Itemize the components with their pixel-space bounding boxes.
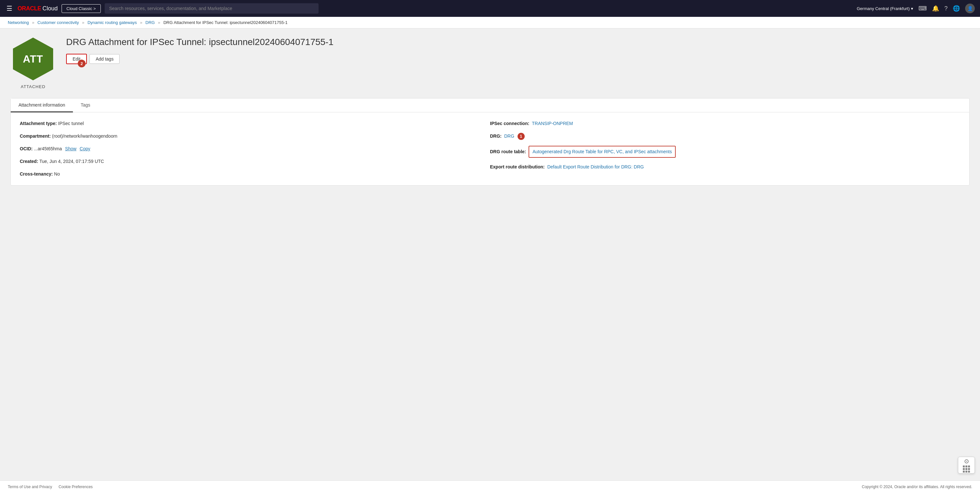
search-input[interactable] xyxy=(105,3,318,14)
main-content: ATT ATTACHED DRG Attachment for IPSec Tu… xyxy=(0,29,980,480)
dot-6 xyxy=(968,468,970,470)
oracle-logo: ORACLE Cloud xyxy=(18,5,58,12)
cloud-classic-button[interactable]: Cloud Classic > xyxy=(62,4,101,13)
ipsec-connection-link[interactable]: TRANSIP-ONPREM xyxy=(532,121,573,126)
dot-7 xyxy=(963,471,965,472)
detail-right: IPSec connection: TRANSIP-ONPREM DRG: DR… xyxy=(490,120,960,178)
page-title: DRG Attachment for IPSec Tunnel: ipsectu… xyxy=(66,36,970,48)
page-title-section: DRG Attachment for IPSec Tunnel: ipsectu… xyxy=(66,36,970,64)
ocid-label: OCID: xyxy=(20,146,33,151)
chevron-down-icon: ▾ xyxy=(911,6,913,11)
dot-1 xyxy=(963,466,965,468)
dot-5 xyxy=(966,468,967,470)
created-value-text: Tue, Jun 4, 2024, 07:17:59 UTC xyxy=(39,159,104,164)
help-icon[interactable]: ? xyxy=(944,5,948,12)
export-route-link[interactable]: Default Export Route Distribution for DR… xyxy=(547,164,644,170)
topnav-right: Germany Central (Frankfurt) ▾ ⌨ 🔔 ? 🌐 👤 xyxy=(857,3,975,13)
badge-1: 1 xyxy=(517,133,525,140)
dot-3 xyxy=(968,466,970,468)
hex-shape: ATT xyxy=(10,36,56,82)
drg-link[interactable]: DRG xyxy=(504,133,514,139)
breadcrumb-networking[interactable]: Networking xyxy=(8,20,29,25)
breadcrumb-sep-3: » xyxy=(140,20,142,25)
attachment-type-value-text: IPSec tunnel xyxy=(58,121,84,126)
hamburger-menu-icon[interactable]: ☰ xyxy=(5,3,14,14)
cloud-label: Cloud xyxy=(43,5,58,12)
drg-route-table-highlight: Autogenerated Drg Route Table for RPC, V… xyxy=(528,146,676,158)
hex-icon-wrapper: ATT ATTACHED xyxy=(10,36,56,89)
footer-left: Terms of Use and Privacy Cookie Preferen… xyxy=(8,485,93,489)
compartment-label: Compartment: xyxy=(20,133,51,139)
ipsec-connection-item: IPSec connection: TRANSIP-ONPREM xyxy=(490,120,960,127)
detail-left: Attachment type: IPSec tunnel Compartmen… xyxy=(20,120,490,178)
add-tags-button[interactable]: Add tags xyxy=(89,54,119,64)
drg-route-table-item: DRG route table: Autogenerated Drg Route… xyxy=(490,146,960,158)
cookie-link[interactable]: Cookie Preferences xyxy=(59,485,93,489)
ocid-value-text: ...ar45t65hma xyxy=(34,146,62,151)
tab-attachment-information[interactable]: Attachment information xyxy=(11,98,73,113)
ipsec-connection-label: IPSec connection: xyxy=(490,121,529,126)
ocid-item: OCID: ...ar45t65hma Show Copy xyxy=(20,146,490,152)
export-route-item: Export route distribution: Default Expor… xyxy=(490,163,960,170)
compartment-value-text: (root)/network/iwanhoogendoorn xyxy=(52,133,118,139)
drg-route-table-label: DRG route table: xyxy=(490,149,526,154)
ocid-show-button[interactable]: Show xyxy=(65,146,76,151)
breadcrumb: Networking » Customer connectivity » Dyn… xyxy=(0,17,980,29)
tabs-row: Attachment information Tags xyxy=(11,98,969,113)
attachment-type-item: Attachment type: IPSec tunnel xyxy=(20,120,490,127)
hex-label: ATT xyxy=(23,53,43,65)
bell-icon[interactable]: 🔔 xyxy=(932,5,939,12)
globe-icon[interactable]: 🌐 xyxy=(953,5,960,12)
help-widget[interactable]: ⊙ xyxy=(958,457,975,474)
region-selector[interactable]: Germany Central (Frankfurt) ▾ xyxy=(857,6,913,11)
cross-tenancy-label: Cross-tenancy: xyxy=(20,171,53,176)
footer: Terms of Use and Privacy Cookie Preferen… xyxy=(0,480,980,493)
breadcrumb-drg[interactable]: DRG xyxy=(145,20,155,25)
top-navigation: ☰ ORACLE Cloud Cloud Classic > Germany C… xyxy=(0,0,980,17)
breadcrumb-sep-1: » xyxy=(32,20,34,25)
cross-tenancy-value-text: No xyxy=(54,171,60,176)
page-header: ATT ATTACHED DRG Attachment for IPSec Tu… xyxy=(10,36,970,89)
region-label: Germany Central (Frankfurt) xyxy=(857,6,910,11)
breadcrumb-sep-2: » xyxy=(82,20,84,25)
tab-tags[interactable]: Tags xyxy=(73,98,98,113)
badge-2: 2 xyxy=(78,60,86,67)
ocid-copy-button[interactable]: Copy xyxy=(80,146,91,151)
oracle-label: ORACLE xyxy=(18,5,41,12)
user-avatar[interactable]: 👤 xyxy=(965,3,975,13)
terminal-icon[interactable]: ⌨ xyxy=(918,5,927,12)
drg-label: DRG: xyxy=(490,133,502,139)
dot-8 xyxy=(966,471,967,472)
hex-status: ATTACHED xyxy=(21,84,45,89)
breadcrumb-current: DRG Attachment for IPSec Tunnel: ipsectu… xyxy=(163,20,288,25)
breadcrumb-customer-connectivity[interactable]: Customer connectivity xyxy=(38,20,79,25)
cross-tenancy-item: Cross-tenancy: No xyxy=(20,171,490,178)
attachment-type-label: Attachment type: xyxy=(20,121,57,126)
content-panel: Attachment information Tags Attachment t… xyxy=(10,98,970,185)
drg-route-table-link[interactable]: Autogenerated Drg Route Table for RPC, V… xyxy=(533,149,672,154)
dot-4 xyxy=(963,468,965,470)
action-buttons: Edit Add tags 2 xyxy=(66,54,970,64)
dot-2 xyxy=(966,466,967,468)
breadcrumb-sep-4: » xyxy=(158,20,160,25)
copyright: Copyright © 2024, Oracle and/or its affi… xyxy=(862,485,972,489)
help-widget-icon: ⊙ xyxy=(964,458,969,465)
compartment-item: Compartment: (root)/network/iwanhoogendo… xyxy=(20,133,490,139)
created-item: Created: Tue, Jun 4, 2024, 07:17:59 UTC xyxy=(20,158,490,165)
detail-grid: Attachment type: IPSec tunnel Compartmen… xyxy=(11,113,969,185)
breadcrumb-dynamic-routing-gateways[interactable]: Dynamic routing gateways xyxy=(88,20,137,25)
export-route-label: Export route distribution: xyxy=(490,164,545,170)
created-label: Created: xyxy=(20,159,38,164)
help-widget-dots xyxy=(963,466,970,472)
terms-link[interactable]: Terms of Use and Privacy xyxy=(8,485,52,489)
drg-item: DRG: DRG 1 xyxy=(490,133,960,140)
dot-9 xyxy=(968,471,970,472)
